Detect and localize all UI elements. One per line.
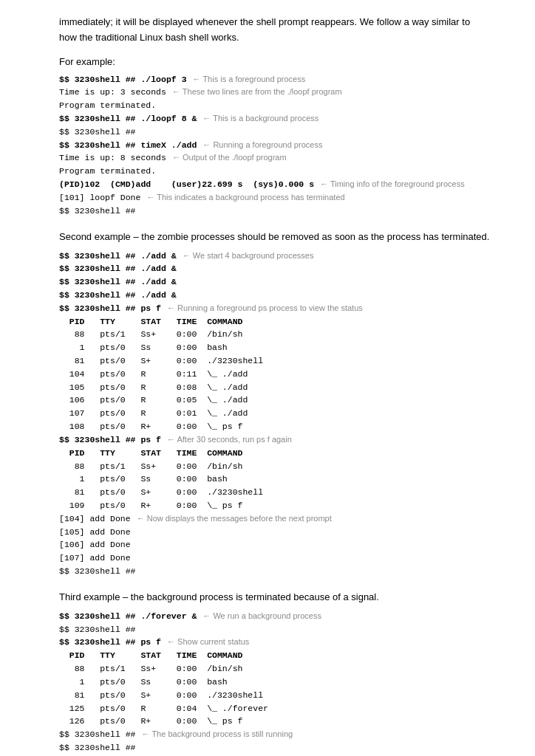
- example1-code: $$ 3230shell ## ./loopf 3← This is a for…: [59, 73, 491, 218]
- example2-code: $$ 3230shell ## ./add &← We start 4 back…: [59, 250, 491, 578]
- intro-line2: how the traditional Linux bash shell wor…: [59, 32, 239, 43]
- example2-heading: Second example – the zombie processes sh…: [59, 231, 491, 242]
- page-content: immediately; it will be displayed whenev…: [0, 0, 535, 756]
- for-example-label: For example:: [59, 56, 491, 67]
- intro-line1: immediately; it will be displayed whenev…: [59, 16, 470, 27]
- intro-paragraph: immediately; it will be displayed whenev…: [59, 15, 491, 46]
- example3-code: $$ 3230shell ## ./forever &← We run a ba…: [59, 610, 491, 755]
- example3-heading: Third example – the background process i…: [59, 591, 491, 602]
